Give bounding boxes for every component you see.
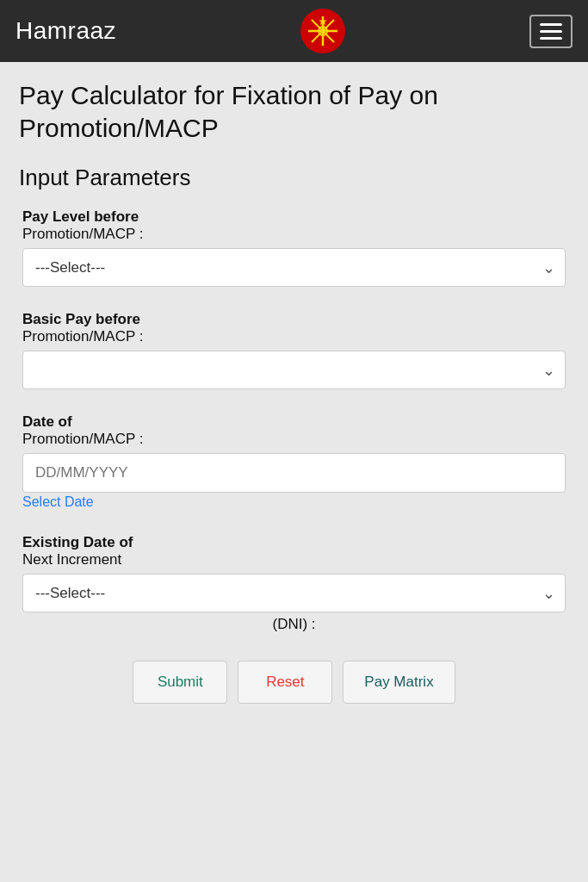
- pay-level-select[interactable]: ---Select---: [22, 248, 566, 287]
- basic-pay-select[interactable]: [22, 351, 566, 389]
- pay-level-label: Pay Level before Promotion/MACP :: [22, 208, 566, 243]
- date-promotion-label: Date of Promotion/MACP :: [22, 413, 566, 448]
- basic-pay-select-wrapper: ⌄: [22, 351, 566, 389]
- pay-level-label-line1: Pay Level before: [22, 208, 566, 226]
- page-title: Pay Calculator for Fixation of Pay on Pr…: [19, 79, 569, 144]
- submit-button[interactable]: Submit: [133, 661, 227, 704]
- date-promotion-label-line2: Promotion/MACP :: [22, 431, 566, 448]
- dni-label-line2: Next Increment: [22, 551, 566, 568]
- app-title: Hamraaz: [15, 17, 116, 45]
- date-promotion-label-line1: Date of: [22, 413, 566, 431]
- hamburger-line-2: [540, 30, 562, 33]
- svg-point-6: [321, 29, 325, 33]
- hamburger-line-3: [540, 37, 562, 40]
- date-promotion-group: Date of Promotion/MACP : Select Date: [22, 413, 566, 510]
- pay-level-label-line2: Promotion/MACP :: [22, 226, 566, 243]
- hamburger-line-1: [540, 23, 562, 26]
- reset-button[interactable]: Reset: [238, 661, 332, 704]
- dni-select-wrapper: ---Select--- ⌄: [22, 574, 566, 612]
- dni-select[interactable]: ---Select---: [22, 574, 566, 612]
- pay-level-group: Pay Level before Promotion/MACP : ---Sel…: [22, 208, 566, 287]
- pay-matrix-button[interactable]: Pay Matrix: [343, 661, 455, 704]
- app-logo: [300, 9, 345, 53]
- pay-level-select-wrapper: ---Select--- ⌄: [22, 248, 566, 287]
- basic-pay-label: Basic Pay before Promotion/MACP :: [22, 311, 566, 345]
- dni-group: Existing Date of Next Increment ---Selec…: [22, 534, 566, 633]
- action-buttons: Submit Reset Pay Matrix: [22, 661, 566, 704]
- select-date-link[interactable]: Select Date: [22, 494, 566, 510]
- basic-pay-group: Basic Pay before Promotion/MACP : ⌄: [22, 311, 566, 389]
- dni-label-line1: Existing Date of: [22, 534, 566, 551]
- section-title: Input Parameters: [19, 165, 569, 191]
- dni-label-line3: (DNI) :: [22, 616, 566, 633]
- basic-pay-label-line2: Promotion/MACP :: [22, 328, 566, 345]
- date-promotion-input[interactable]: [22, 453, 566, 493]
- hamburger-button[interactable]: [529, 15, 573, 48]
- app-header: Hamraaz: [0, 0, 588, 62]
- basic-pay-label-line1: Basic Pay before: [22, 311, 566, 328]
- dni-label: Existing Date of Next Increment: [22, 534, 566, 568]
- input-parameters-form: Pay Level before Promotion/MACP : ---Sel…: [19, 208, 569, 704]
- logo-emblem-icon: [303, 11, 343, 51]
- main-content: Pay Calculator for Fixation of Pay on Pr…: [0, 62, 588, 730]
